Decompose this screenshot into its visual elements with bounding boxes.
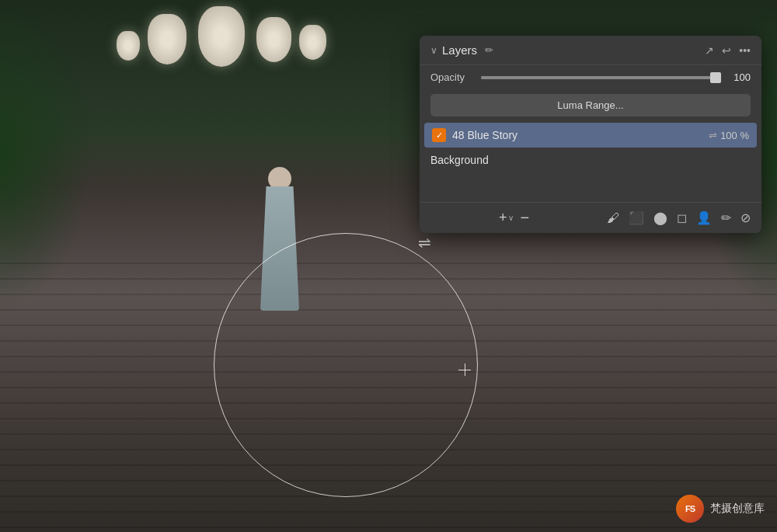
lantern-4: [299, 25, 326, 60]
background-layer-name: Background: [430, 154, 751, 166]
lantern-2: [198, 6, 245, 67]
background-layer-row[interactable]: Background: [420, 149, 761, 171]
layer-list: ✓ 48 Blue Story ⇌ 100 % Background: [420, 123, 761, 171]
layer-opacity-value: 100 %: [720, 130, 749, 141]
canvas-sliders-icon: ⇌: [418, 233, 431, 252]
watermark-logo: FS: [676, 495, 704, 523]
pencil-tool-icon[interactable]: ✏: [721, 210, 731, 225]
layer-name: 48 Blue Story: [452, 129, 702, 141]
dot-tool-icon[interactable]: ⬤: [653, 210, 667, 225]
mask-tool-icon[interactable]: 👤: [696, 210, 712, 225]
more-icon[interactable]: •••: [739, 44, 751, 57]
delete-layer-button[interactable]: −: [520, 209, 529, 227]
watermark-text: 梵摄创意库: [710, 502, 765, 516]
add-layer-button[interactable]: + ∨: [499, 210, 514, 226]
panel-title: Layers: [442, 43, 477, 57]
opacity-label: Opacity: [430, 71, 473, 83]
add-icon: +: [499, 210, 507, 226]
panel-spacer: [420, 171, 761, 202]
edit-icon[interactable]: ✏: [485, 44, 493, 56]
header-actions: ↗ ↩ •••: [705, 44, 751, 57]
eraser-tool-icon[interactable]: ◻: [677, 210, 687, 225]
circle-selection: [214, 233, 478, 497]
layer-row[interactable]: ✓ 48 Blue Story ⇌ 100 %: [424, 123, 757, 148]
export-icon[interactable]: ↗: [705, 44, 714, 57]
layers-panel: ∨ Layers ✏ ↗ ↩ ••• Opacity 100 Luma Rang…: [420, 36, 761, 233]
chevron-icon[interactable]: ∨: [430, 45, 437, 56]
panel-header: ∨ Layers ✏ ↗ ↩ •••: [420, 36, 761, 65]
opacity-value: 100: [729, 71, 751, 83]
lantern-1: [148, 14, 186, 64]
opacity-slider-thumb: [710, 72, 721, 83]
watermark: FS 梵摄创意库: [676, 495, 765, 523]
undo-icon[interactable]: ↩: [722, 44, 731, 57]
paint-tool-icon[interactable]: 🖌: [607, 211, 619, 225]
opacity-slider-fill: [481, 76, 721, 79]
clear-tool-icon[interactable]: ⊘: [740, 210, 751, 225]
layer-opacity-area: ⇌ 100 %: [709, 130, 749, 141]
toolbar-right: + ∨ −: [499, 209, 529, 227]
lantern-5: [117, 31, 140, 61]
layer-checkbox[interactable]: ✓: [432, 128, 446, 142]
luma-range-button[interactable]: Luma Range...: [430, 94, 751, 116]
layer-opacity-icon: ⇌: [709, 130, 717, 141]
lantern-3: [256, 17, 291, 62]
panel-title-area: ∨ Layers ✏: [430, 43, 705, 57]
crosshair-icon: [458, 363, 471, 376]
brush-tool-icon[interactable]: ⬛: [629, 210, 644, 225]
opacity-row: Opacity 100: [420, 65, 761, 89]
checkbox-check-icon: ✓: [436, 131, 443, 140]
panel-toolbar: + ∨ − 🖌 ⬛ ⬤ ◻ 👤 ✏ ⊘: [420, 202, 761, 233]
opacity-slider[interactable]: [481, 76, 721, 79]
add-chevron-icon: ∨: [508, 214, 514, 222]
